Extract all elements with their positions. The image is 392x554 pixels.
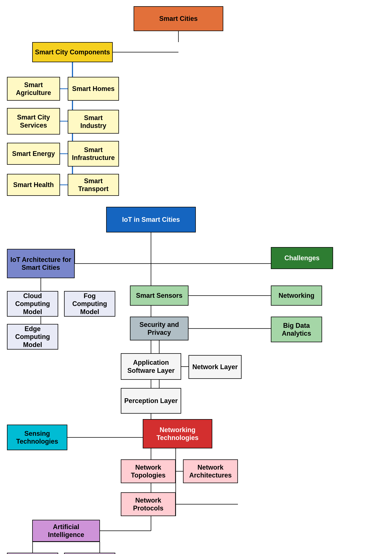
network-topologies: Network Topologies [121,459,176,483]
smart-energy: Smart Energy [7,143,60,165]
app-software-layer: Application Software Layer [121,353,181,380]
smart-industry: Smart Industry [68,110,119,133]
iot-smart-cities: IoT in Smart Cities [106,207,196,232]
cloud-computing: Cloud Computing Model [7,291,58,317]
machine-learning: Machine Learning [7,553,58,554]
smart-agriculture: Smart Agriculture [7,77,60,101]
smart-infrastructure: Smart Infrastructure [68,141,119,167]
edge-computing: Edge Computing Model [7,324,58,350]
network-protocols: Network Protocols [121,492,176,516]
networking-technologies: Networking Technologies [143,419,212,449]
smart-cities: Smart Cities [133,6,223,31]
smart-city-services: Smart City Services [7,108,60,134]
challenges: Challenges [271,247,333,269]
artificial-intelligence: Artificial Intelligence [32,520,100,542]
smart-transport: Smart Transport [68,174,119,196]
deep-learning: Deep Learning [64,553,115,554]
big-data: Big Data Analytics [271,317,322,342]
network-architectures: Network Architectures [183,459,238,483]
perception-layer: Perception Layer [121,388,181,414]
smart-health: Smart Health [7,174,60,196]
smart-sensors: Smart Sensors [130,286,189,306]
sensing-technologies: Sensing Technologies [7,425,67,450]
mind-map-diagram: Smart CitiesSmart City ComponentsSmart A… [0,0,392,554]
fog-computing: Fog Computing Model [64,291,115,317]
networking: Networking [271,286,322,306]
smart-homes: Smart Homes [68,77,119,101]
smart-city-components: Smart City Components [32,42,113,62]
security-privacy: Security and Privacy [130,317,189,340]
network-layer: Network Layer [189,355,242,379]
iot-architecture: IoT Architecture for Smart Cities [7,249,75,278]
